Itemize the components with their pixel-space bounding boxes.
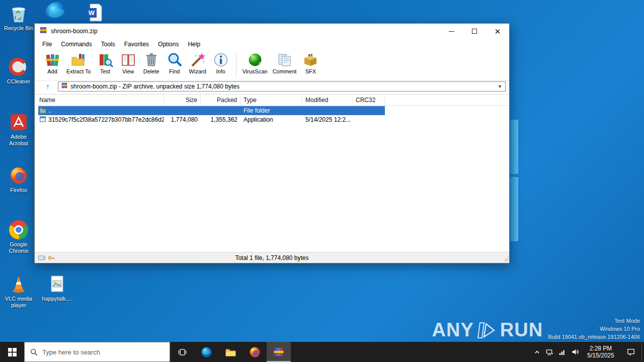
watermark-os: Windows 10 Pro	[548, 325, 640, 333]
menu-favorites[interactable]: Favorites	[120, 40, 153, 49]
toolbar-separator	[236, 52, 236, 78]
task-view-button[interactable]	[170, 342, 194, 362]
file-row-archive-entry[interactable]: 31529c7f5c2f38a57227b307bb77e2dc86d28...…	[38, 115, 385, 124]
folder-up-icon	[39, 107, 46, 115]
action-center-icon	[627, 348, 635, 356]
up-one-level-button[interactable]: ↑	[41, 81, 54, 92]
volume-button[interactable]	[569, 342, 581, 362]
menu-bar: File Commands Tools Favorites Options He…	[35, 39, 509, 50]
delete-button[interactable]: Delete	[140, 51, 163, 74]
adobe-acrobat-icon	[8, 112, 29, 133]
extract-to-icon	[70, 52, 87, 68]
column-header-type[interactable]: Type	[240, 95, 302, 105]
column-header-size[interactable]: Size	[164, 95, 201, 105]
system-tray: 2:28 PM 5/15/2025	[531, 342, 644, 362]
anyrun-logo-any: ANY	[432, 319, 474, 341]
column-header-modified[interactable]: Modified	[302, 95, 353, 105]
firefox-icon	[249, 346, 261, 358]
windows-logo-icon	[8, 348, 17, 356]
taskbar-file-explorer-button[interactable]	[218, 342, 243, 362]
close-button[interactable]: ✕	[486, 24, 509, 39]
wallpaper-beam	[510, 177, 518, 241]
comment-icon	[277, 52, 293, 68]
wifi-status-button[interactable]	[556, 342, 569, 362]
image-file-icon	[46, 274, 67, 295]
taskbar-search[interactable]: Type here to search	[24, 342, 170, 362]
delete-icon	[143, 52, 159, 68]
taskbar-edge-button[interactable]	[194, 342, 218, 362]
address-text: shroom-boom.zip - ZIP archive, unpacked …	[70, 83, 495, 90]
file-list-panel: Name Size Packed Type Modified CRC32 ..	[35, 94, 509, 252]
hidden-icons-button[interactable]	[531, 342, 543, 362]
network-status-button[interactable]	[543, 342, 556, 362]
file-row-parent-dir[interactable]: .. File folder	[38, 106, 385, 115]
taskbar-firefox-button[interactable]	[243, 342, 267, 362]
menu-commands[interactable]: Commands	[56, 40, 96, 49]
recycle-bin-icon	[8, 3, 29, 24]
desktop-icon-recycle-bin[interactable]: Recycle Bin	[2, 3, 35, 32]
virusscan-button[interactable]: VirusScan	[240, 51, 270, 74]
column-header-packed[interactable]: Packed	[201, 95, 240, 105]
menu-help[interactable]: Help	[183, 40, 205, 49]
status-bar: Total 1 file, 1,774,080 bytes	[35, 252, 509, 263]
desktop-icon-label: CCleaner	[7, 78, 30, 85]
anyrun-logo: ANY RUN	[432, 319, 543, 341]
watermark-mode: Test Mode	[548, 317, 640, 325]
watermark-info: Test Mode Windows 10 Pro Build 19041.vb_…	[548, 317, 640, 341]
file-modified	[302, 106, 353, 115]
info-button[interactable]: Info	[209, 51, 232, 74]
winrar-icon	[273, 346, 284, 357]
view-button[interactable]: View	[117, 51, 140, 74]
application-file-icon	[39, 116, 46, 124]
menu-file[interactable]: File	[38, 40, 56, 49]
desktop-icon-word-document[interactable]: W	[82, 2, 108, 23]
column-header-name[interactable]: Name	[38, 95, 164, 105]
desktop-icon-firefox[interactable]: Firefox	[2, 165, 35, 194]
desktop-icon-happytalk[interactable]: happytalk....	[40, 274, 73, 302]
taskbar-clock[interactable]: 2:28 PM 5/15/2025	[581, 345, 620, 359]
wizard-button[interactable]: Wizard	[186, 51, 209, 74]
desktop-icon-label: Google Chrome	[2, 241, 35, 254]
taskbar-winrar-button[interactable]	[267, 342, 291, 362]
column-header-crc32[interactable]: CRC32	[353, 95, 385, 105]
resize-grip[interactable]	[503, 257, 508, 262]
chevron-up-icon	[534, 349, 540, 355]
test-button[interactable]: Test	[94, 51, 117, 74]
file-crc32	[353, 106, 385, 115]
desktop-icon-adobe-acrobat[interactable]: Adobe Acrobat	[2, 112, 35, 147]
file-name: ..	[48, 107, 52, 114]
ccleaner-icon	[8, 56, 29, 77]
find-button[interactable]: Find	[163, 51, 186, 74]
show-desktop-button[interactable]	[641, 342, 644, 362]
menu-tools[interactable]: Tools	[97, 40, 120, 49]
minimize-button[interactable]	[440, 24, 463, 39]
title-bar[interactable]: shroom-boom.zip ✕	[35, 24, 509, 39]
file-size	[164, 106, 201, 115]
file-type: File folder	[240, 106, 302, 115]
add-button[interactable]: Add	[41, 51, 64, 74]
menu-options[interactable]: Options	[153, 40, 183, 49]
start-button[interactable]	[0, 342, 24, 362]
file-modified: 5/14/2025 12:2...	[302, 115, 353, 124]
address-combobox[interactable]: shroom-boom.zip - ZIP archive, unpacked …	[58, 81, 506, 92]
desktop-icon-ccleaner[interactable]: CCleaner	[2, 56, 35, 85]
file-packed: 1,355,362	[201, 115, 240, 124]
desktop-icon-label: Firefox	[10, 187, 27, 194]
google-chrome-icon	[8, 219, 29, 240]
maximize-button[interactable]	[463, 24, 486, 39]
file-rows: .. File folder 31529c7f5c2f38a57227b	[35, 106, 509, 252]
comment-button[interactable]: Comment	[270, 51, 299, 74]
action-center-button[interactable]	[620, 342, 641, 362]
desktop-icon-vlc[interactable]: VLC media player	[2, 274, 35, 309]
find-icon	[167, 52, 183, 68]
chevron-down-icon[interactable]: ▼	[498, 84, 503, 89]
desktop-icon-edge[interactable]	[43, 1, 69, 24]
extract-to-button[interactable]: Extract To	[64, 51, 94, 74]
sfx-button[interactable]: SFX	[299, 51, 322, 74]
virusscan-icon	[247, 52, 263, 68]
desktop-icon-google-chrome[interactable]: Google Chrome	[2, 219, 35, 254]
file-packed	[201, 106, 240, 115]
file-explorer-icon	[225, 346, 236, 358]
info-icon	[213, 52, 229, 68]
file-type: Application	[240, 115, 302, 124]
